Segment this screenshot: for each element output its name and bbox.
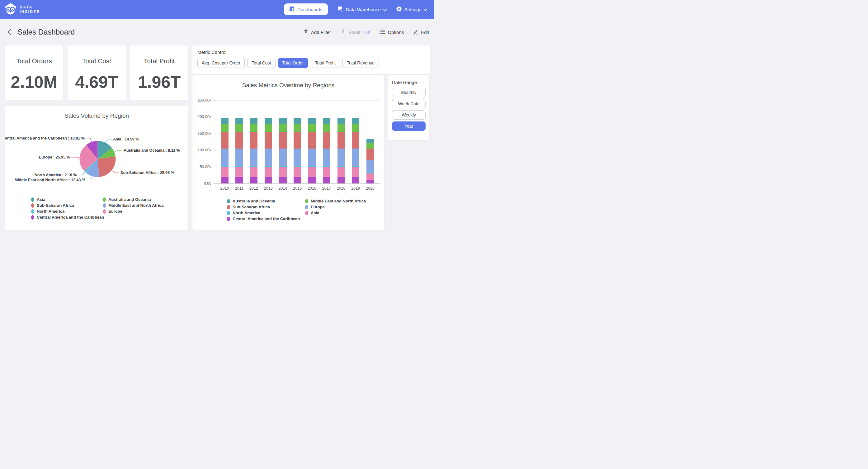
y-axis-label: 100.00k — [186, 148, 211, 152]
nav-item-settings[interactable]: Settings — [396, 6, 427, 13]
legend-item[interactable]: Central America and the Caribbean — [31, 215, 103, 219]
bar-segment — [279, 124, 287, 132]
bar-segment — [250, 167, 257, 177]
pie-label-line — [105, 139, 112, 143]
pie-label-line — [112, 170, 119, 173]
page-title: Sales Dashboard — [18, 28, 75, 36]
pie-slice[interactable] — [98, 156, 116, 177]
bar-segment — [323, 149, 330, 166]
nav-item-dashboards[interactable]: Dashboards — [284, 3, 328, 15]
bar-stack-2015[interactable] — [293, 100, 301, 183]
date-range-button-week-date[interactable]: Week Date — [392, 99, 426, 108]
bar-chart-legend: Australia and OceaniaMiddle East and Nor… — [227, 199, 366, 221]
legend-label: Australia and Oceania — [232, 199, 275, 203]
y-axis-label: 0.00 — [186, 181, 211, 185]
bar-segment — [250, 124, 257, 132]
bar-segment — [338, 167, 345, 177]
bar-stack-2019[interactable] — [352, 100, 359, 183]
bar-stack-2017[interactable] — [323, 100, 330, 183]
options-button[interactable]: Options — [379, 30, 404, 35]
legend-item[interactable]: North America — [227, 210, 305, 215]
legend-dot — [31, 203, 34, 208]
top-nav: DATA INSIDER Dashboards — [0, 0, 434, 19]
date-range-buttons: Monthly Week Date Weekly Year — [392, 88, 426, 131]
bar-stack-2011[interactable] — [236, 100, 243, 183]
legend-item[interactable]: Europe — [305, 205, 366, 209]
legend-item[interactable]: Middle East and North Africa — [103, 203, 163, 208]
boost-toggle[interactable]: Boost: Off — [340, 29, 370, 35]
chevron-down-icon — [424, 7, 427, 12]
bar-segment — [236, 167, 243, 177]
metric-button-avg-cost-per-order[interactable]: Avg. Cost per Order — [197, 58, 245, 68]
metric-button-total-cost[interactable]: Total Cost — [247, 58, 275, 68]
brand-line-1: DATA — [20, 5, 40, 9]
kpi-value: 4.69T — [67, 72, 126, 92]
x-axis-label: 2015 — [290, 186, 305, 190]
add-filter-label: Add Filter — [311, 30, 331, 35]
bar-stack-2013[interactable] — [265, 100, 272, 183]
bar-segment — [308, 132, 316, 149]
legend-dot — [103, 209, 106, 214]
bar-segment — [265, 149, 272, 166]
date-range-button-year[interactable]: Year — [392, 121, 426, 131]
date-range-button-monthly[interactable]: Monthly — [392, 88, 426, 97]
bar-segment — [250, 118, 257, 124]
legend-label: Middle East and North Africa — [108, 203, 163, 208]
add-filter-button[interactable]: Add Filter — [303, 29, 331, 35]
legend-item[interactable]: Australia and Oceania — [103, 197, 163, 202]
legend-dot — [31, 209, 34, 214]
bar-stack-2014[interactable] — [279, 100, 287, 183]
legend-item[interactable]: Europe — [103, 209, 163, 214]
bar-segment — [338, 177, 345, 183]
brand-logo[interactable]: DATA INSIDER — [4, 2, 40, 16]
legend-item[interactable]: Asia — [305, 210, 366, 215]
legend-item[interactable]: Sub-Saharan Africa — [31, 203, 103, 208]
bar-segment — [265, 167, 272, 177]
axis-tick — [214, 167, 216, 167]
bar-segment — [250, 149, 257, 166]
bar-segment — [323, 118, 330, 124]
edit-button[interactable]: Edit — [413, 29, 429, 35]
kpi-card-total-profit: Total Profit 1.96T — [130, 46, 188, 100]
pie-label-line — [86, 138, 92, 142]
legend-item[interactable]: Asia — [31, 197, 103, 202]
bar-segment — [352, 132, 359, 149]
bar-segment — [265, 177, 272, 183]
legend-item[interactable]: North America — [31, 209, 103, 214]
kpi-title: Total Profit — [130, 57, 188, 65]
bar-segment — [323, 124, 330, 132]
kpi-value: 2.10M — [5, 72, 63, 92]
legend-dot — [103, 203, 106, 208]
bar-segment — [293, 149, 301, 166]
pie-label-line — [87, 176, 92, 180]
metric-button-total-revenue[interactable]: Total Revenue — [342, 58, 379, 68]
legend-dot — [31, 198, 34, 202]
legend-item[interactable]: Central America and the Caribbean — [227, 216, 305, 221]
bar-segment — [367, 173, 374, 180]
legend-item[interactable]: Sub-Saharan Africa — [227, 205, 305, 209]
metric-button-total-profit[interactable]: Total Profit — [311, 58, 340, 68]
bar-segment — [367, 160, 374, 173]
bar-stack-2016[interactable] — [308, 100, 316, 183]
bar-stack-2018[interactable] — [338, 100, 345, 183]
bar-stack-2010[interactable] — [221, 100, 228, 183]
legend-item[interactable]: Australia and Oceania — [227, 199, 305, 203]
nav-item-data-warehouse[interactable]: Data Warehouse — [337, 6, 387, 13]
legend-item[interactable]: Middle East and North Africa — [305, 199, 366, 203]
back-button[interactable] — [7, 29, 11, 35]
funnel-icon — [303, 29, 309, 35]
x-axis-label: 2010 — [217, 186, 232, 190]
bar-segment — [352, 118, 359, 124]
bar-stack-2012[interactable] — [250, 100, 257, 183]
bar-stack-2020[interactable] — [367, 100, 374, 183]
metric-button-total-order[interactable]: Total Order — [278, 58, 308, 68]
boost-state: Off — [364, 30, 371, 35]
metric-control-panel: Metric Control Avg. Cost per Order Total… — [192, 46, 430, 74]
header-actions: Add Filter Boost: Off Options — [303, 29, 429, 35]
legend-label: North America — [37, 209, 64, 214]
axis-tick — [214, 134, 216, 134]
date-range-button-weekly[interactable]: Weekly — [392, 110, 426, 120]
edit-label: Edit — [421, 30, 429, 35]
date-range-label: Date Range — [392, 80, 426, 85]
bar-segment — [308, 167, 316, 177]
